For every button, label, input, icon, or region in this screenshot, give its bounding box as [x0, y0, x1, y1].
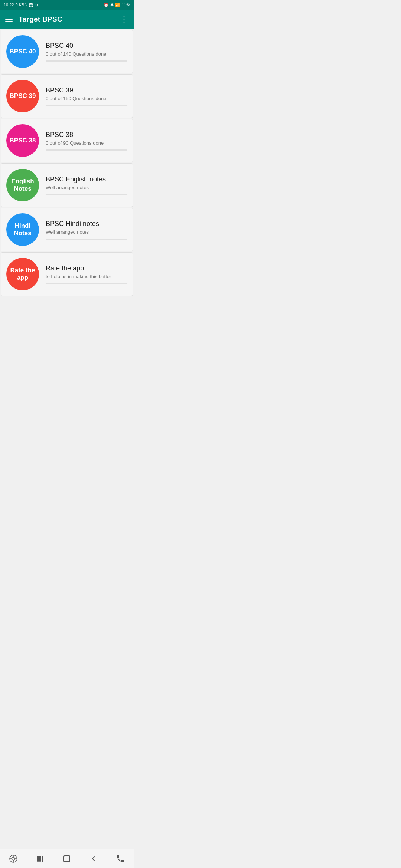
- circle-rate-app: Rate theapp: [6, 258, 39, 290]
- network-speed: 0 KB/s: [16, 3, 27, 7]
- item-subtitle-rate-app: to help us in making this better: [46, 274, 127, 279]
- item-subtitle-bpsc39: 0 out of 150 Questions done: [46, 96, 127, 101]
- item-subtitle-english-notes: Well arranged notes: [46, 185, 127, 190]
- list-item-bpsc40[interactable]: BPSC 40 BPSC 40 0 out of 140 Questions d…: [1, 30, 133, 73]
- time-display: 10:22: [4, 3, 14, 7]
- circle-label-bpsc40: BPSC 40: [10, 48, 36, 55]
- item-info-bpsc39: BPSC 39 0 out of 150 Questions done: [46, 86, 127, 106]
- circle-label-bpsc39: BPSC 39: [10, 92, 36, 100]
- item-title-rate-app: Rate the app: [46, 264, 127, 272]
- item-info-hindi-notes: BPSC Hindi notes Well arranged notes: [46, 220, 127, 240]
- progress-wrap-english-notes: [46, 194, 127, 195]
- refresh-icon: ⊙: [35, 3, 38, 7]
- item-title-english-notes: BPSC English notes: [46, 175, 127, 183]
- progress-wrap-bpsc40: [46, 60, 127, 62]
- list-item-bpsc39[interactable]: BPSC 39 BPSC 39 0 out of 150 Questions d…: [1, 74, 133, 118]
- circle-label-bpsc38: BPSC 38: [10, 137, 36, 144]
- item-info-rate-app: Rate the app to help us in making this b…: [46, 264, 127, 284]
- circle-label-hindi-notes: HindiNotes: [14, 222, 31, 237]
- item-subtitle-hindi-notes: Well arranged notes: [46, 229, 127, 235]
- item-subtitle-bpsc38: 0 out of 90 Questions done: [46, 140, 127, 146]
- item-info-bpsc40: BPSC 40 0 out of 140 Questions done: [46, 42, 127, 62]
- list-item-english-notes[interactable]: EnglishNotes BPSC English notes Well arr…: [1, 163, 133, 207]
- status-bar: 10:22 0 KB/s 🖼 ⊙ ⏰ ✱ 📶 11%: [0, 0, 134, 10]
- item-title-bpsc39: BPSC 39: [46, 86, 127, 94]
- list-item-rate-app[interactable]: Rate theapp Rate the app to help us in m…: [1, 252, 133, 296]
- circle-label-rate-app: Rate theapp: [10, 267, 35, 282]
- progress-wrap-hindi-notes: [46, 239, 127, 240]
- circle-hindi-notes: HindiNotes: [6, 213, 39, 246]
- circle-label-english-notes: EnglishNotes: [11, 178, 34, 193]
- toolbar-title: Target BPSC: [19, 15, 120, 23]
- list-item-hindi-notes[interactable]: HindiNotes BPSC Hindi notes Well arrange…: [1, 208, 133, 251]
- status-right: ⏰ ✱ 📶 11%: [104, 3, 130, 7]
- status-left: 10:22 0 KB/s 🖼 ⊙: [4, 3, 38, 7]
- toolbar: Target BPSC ⋮: [0, 10, 134, 29]
- item-info-english-notes: BPSC English notes Well arranged notes: [46, 175, 127, 195]
- more-options-button[interactable]: ⋮: [120, 15, 128, 23]
- item-title-hindi-notes: BPSC Hindi notes: [46, 220, 127, 228]
- progress-wrap-bpsc38: [46, 149, 127, 151]
- gallery-icon: 🖼: [29, 3, 33, 7]
- circle-bpsc38: BPSC 38: [6, 124, 39, 157]
- circle-bpsc39: BPSC 39: [6, 80, 39, 112]
- battery-display: 11%: [122, 3, 130, 7]
- bluetooth-icon: ✱: [110, 3, 114, 7]
- wifi-icon: 📶: [115, 3, 120, 7]
- list-item-bpsc38[interactable]: BPSC 38 BPSC 38 0 out of 90 Questions do…: [1, 119, 133, 162]
- content-area: BPSC 40 BPSC 40 0 out of 140 Questions d…: [0, 30, 134, 318]
- progress-wrap-bpsc39: [46, 105, 127, 106]
- item-info-bpsc38: BPSC 38 0 out of 90 Questions done: [46, 131, 127, 151]
- item-title-bpsc40: BPSC 40: [46, 42, 127, 50]
- item-subtitle-bpsc40: 0 out of 140 Questions done: [46, 51, 127, 57]
- item-list: BPSC 40 BPSC 40 0 out of 140 Questions d…: [0, 30, 134, 296]
- progress-wrap-rate-app: [46, 283, 127, 284]
- alarm-icon: ⏰: [104, 3, 109, 7]
- menu-button[interactable]: [5, 17, 13, 22]
- circle-english-notes: EnglishNotes: [6, 169, 39, 201]
- circle-bpsc40: BPSC 40: [6, 35, 39, 68]
- item-title-bpsc38: BPSC 38: [46, 131, 127, 139]
